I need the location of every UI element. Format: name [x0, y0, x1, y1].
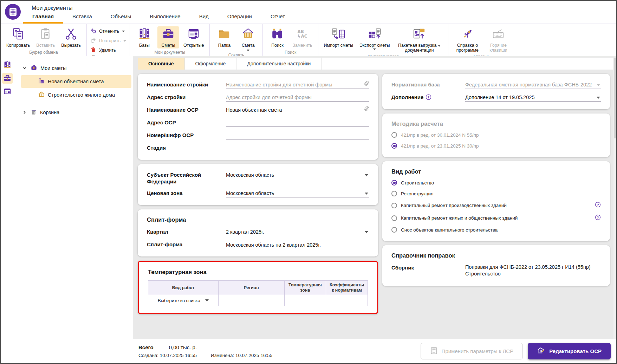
- work-type-select[interactable]: Выберите из списка: [151, 298, 215, 303]
- delete-button[interactable]: Удалить: [90, 47, 126, 54]
- column-header-work-type: Вид работ: [148, 281, 219, 295]
- radio-checked-icon[interactable]: [391, 180, 397, 186]
- tab-advanced-settings[interactable]: Дополнительные настройки: [236, 58, 322, 70]
- undo-button[interactable]: Отменить: [90, 28, 126, 35]
- about-button[interactable]: Справка опрограмме: [452, 26, 483, 53]
- construction-name-input[interactable]: [226, 82, 369, 87]
- redo-dropdown-icon[interactable]: [123, 40, 126, 42]
- work-type-industrial-repair[interactable]: Капитальный ремонт производственных здан…: [391, 202, 601, 209]
- scissors-icon: [64, 27, 78, 41]
- work-type-construction[interactable]: Строительство: [391, 180, 601, 186]
- app-window: Мои документы Главная Вставка Объёмы Вып…: [0, 0, 617, 364]
- stage-input[interactable]: [226, 145, 369, 151]
- column-header-temperature-zone: Температурная зона: [284, 281, 326, 295]
- work-type-card: Вид работ Строительство Реконструкция: [382, 161, 610, 241]
- tab-formatting[interactable]: Оформление: [185, 58, 237, 70]
- rail-bases-button[interactable]: [2, 60, 13, 70]
- menu-tab-insert[interactable]: Вставка: [72, 13, 93, 24]
- help-icon[interactable]: ?: [426, 95, 431, 101]
- field-label: Нормативная база: [391, 81, 465, 88]
- chevron-down-icon: [365, 231, 368, 233]
- radio-icon[interactable]: [391, 191, 397, 196]
- export-dropdown-icon[interactable]: [373, 48, 376, 50]
- tree-item-recycle-bin[interactable]: Корзина: [21, 106, 131, 119]
- estimates-button[interactable]: Сметы: [157, 26, 179, 48]
- chevron-right-icon[interactable]: [22, 110, 27, 115]
- house-frame-icon: [241, 27, 255, 41]
- tree-item-my-estimates[interactable]: Мои сметы: [21, 62, 131, 74]
- radio-icon[interactable]: [391, 132, 397, 138]
- redo-icon: [90, 37, 96, 44]
- export-estimate-button[interactable]: Экспорт сметы: [357, 26, 392, 51]
- menu-tab-report[interactable]: Отчет: [270, 13, 286, 24]
- chevron-down-icon: [597, 97, 600, 99]
- new-estimate-button[interactable]: Смета: [237, 26, 259, 52]
- app-logo-icon[interactable]: [5, 4, 21, 20]
- search-button[interactable]: Поиск: [266, 26, 288, 48]
- undo-dropdown-icon[interactable]: [122, 31, 125, 32]
- menu-tab-view[interactable]: Вид: [199, 13, 209, 24]
- work-type-residential-repair[interactable]: Капитальный ремонт жилых и общественных …: [391, 214, 601, 222]
- osr-address-input[interactable]: [226, 120, 369, 125]
- batch-dropdown-icon[interactable]: [438, 45, 441, 47]
- new-folder-button[interactable]: Папка: [213, 26, 235, 48]
- open-docs-button[interactable]: Открытые: [181, 26, 206, 48]
- scrollbar[interactable]: [613, 58, 616, 339]
- split-form-value: Московская область на 2 квартал 2025г.: [226, 242, 369, 248]
- menu-tab-operations[interactable]: Операции: [227, 13, 253, 24]
- cut-button[interactable]: Вырезать: [59, 26, 83, 48]
- ribbon-group-my-documents: Базы Сметы Открытые Мои документы: [130, 24, 210, 56]
- titlebar: Мои документы Главная Вставка Объёмы Вып…: [1, 1, 616, 24]
- copy-button[interactable]: Копировать: [4, 26, 32, 48]
- rail-estimates-button[interactable]: [2, 73, 13, 84]
- supplement-select[interactable]: Дополнение 14 от 19.05.2025: [465, 93, 601, 102]
- normative-base-card: Нормативная база Федеральная сметная нор…: [382, 74, 610, 109]
- radio-icon[interactable]: [391, 203, 397, 208]
- method-option-2025[interactable]: 421/пр в ред. от 23.01.2025 N 30/пр: [391, 143, 601, 149]
- replace-button[interactable]: AB↳AC Заменить: [290, 26, 314, 48]
- paperclip-icon[interactable]: [364, 80, 369, 87]
- hotkeys-button[interactable]: Горячиеклавиши: [485, 26, 512, 53]
- radio-icon[interactable]: [391, 215, 397, 221]
- paperclip-icon[interactable]: [364, 106, 369, 112]
- building-pencil-icon: [537, 346, 545, 356]
- radio-icon[interactable]: [391, 227, 397, 233]
- general-info-card: Наименование стройки Адрес стройки: [138, 74, 378, 160]
- apply-to-lsr-button[interactable]: Применить параметры к ЛСР: [421, 343, 523, 359]
- bases-button[interactable]: Базы: [134, 26, 155, 48]
- total-value: 0,00 тыс. р.: [169, 344, 197, 350]
- work-type-demolition[interactable]: Снос объектов капитального строительства: [391, 227, 601, 233]
- quarter-select[interactable]: 2 квартал 2025г.: [226, 228, 369, 236]
- help-icon[interactable]: ?: [595, 202, 601, 209]
- rail-open-docs-button[interactable]: [2, 86, 13, 97]
- field-label: Сборник: [391, 264, 465, 271]
- osr-number-input[interactable]: [226, 132, 369, 138]
- edit-osr-button[interactable]: Редактировать ОСР: [528, 343, 611, 359]
- osr-name-input[interactable]: [226, 107, 369, 113]
- tree-item-residential-construction[interactable]: Строительство жилого дома: [21, 89, 131, 101]
- import-estimate-button[interactable]: Импорт сметы: [322, 26, 355, 48]
- method-option-2024[interactable]: 421/пр в ред. от 30.01.2024 N 55/пр: [391, 132, 601, 138]
- building-crane-icon: [38, 78, 45, 85]
- subject-select[interactable]: Московская область: [226, 171, 369, 179]
- work-type-reconstruction[interactable]: Реконструкция: [391, 191, 601, 196]
- help-icon[interactable]: ?: [595, 214, 601, 222]
- folder-icon: [217, 27, 231, 41]
- tree-item-new-object-estimate[interactable]: Новая объектная смета: [21, 75, 131, 88]
- price-zone-select[interactable]: Московская область: [226, 189, 369, 197]
- batch-export-button[interactable]: Пакетная выгрузка документации: [394, 26, 444, 53]
- tab-general[interactable]: Основные: [138, 58, 185, 70]
- paste-button[interactable]: Вставить: [34, 26, 57, 48]
- redo-button[interactable]: Повторить: [90, 37, 126, 44]
- normative-base-select[interactable]: Федеральная сметная нормативная база ФСН…: [465, 81, 601, 89]
- created-timestamp: Создана: 10.07.2025 16:55: [138, 353, 197, 358]
- scrollbar-thumb[interactable]: [614, 58, 616, 138]
- radio-checked-icon[interactable]: [391, 143, 397, 149]
- menu-tab-volumes[interactable]: Объёмы: [110, 13, 132, 24]
- svg-text:?: ?: [428, 95, 430, 99]
- construction-address-input[interactable]: [226, 95, 369, 100]
- menu-tab-execution[interactable]: Выполнение: [149, 13, 181, 24]
- chevron-down-icon[interactable]: [22, 66, 27, 71]
- new-estimate-dropdown-icon[interactable]: [247, 50, 249, 51]
- menu-tab-home[interactable]: Главная: [32, 13, 54, 24]
